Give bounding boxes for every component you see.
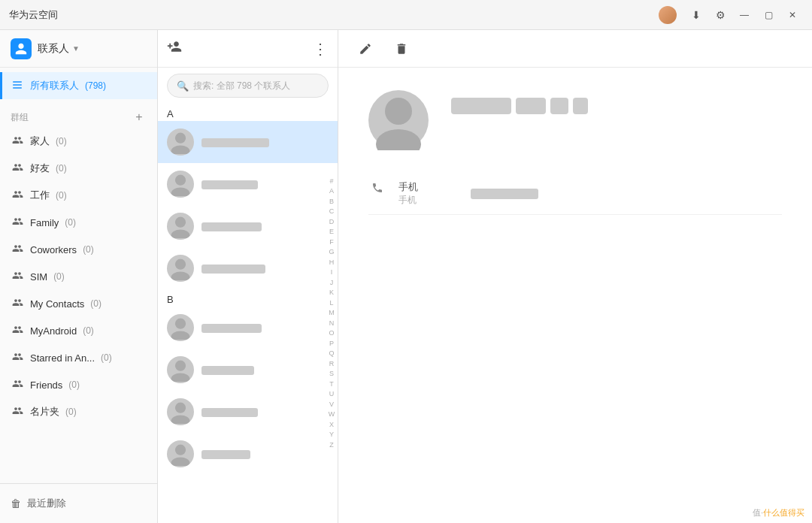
alpha-R[interactable]: R	[329, 359, 335, 370]
phone-value-blurred	[471, 189, 538, 199]
alpha-X[interactable]: X	[329, 420, 334, 431]
titlebar-title: 华为云空间	[9, 8, 659, 22]
add-group-button[interactable]: +	[132, 110, 147, 125]
alpha-P[interactable]: P	[329, 339, 334, 349]
recently-deleted-item[interactable]: 🗑 最近删除	[0, 490, 157, 517]
sidebar-header: 联系人 ▼	[0, 30, 157, 68]
svg-point-4	[171, 145, 190, 154]
svg-point-19	[385, 98, 412, 125]
phone-label-main: 手机	[398, 180, 459, 194]
alpha-E[interactable]: E	[329, 227, 334, 237]
contact-avatar	[167, 171, 194, 198]
alpha-B[interactable]: B	[329, 197, 334, 207]
sidebar-item-3[interactable]: Family (0)	[0, 209, 157, 236]
alpha-F[interactable]: F	[329, 237, 334, 248]
svg-point-5	[175, 175, 186, 186]
alpha-U[interactable]: U	[329, 389, 335, 400]
download-icon[interactable]: ⬇	[686, 5, 707, 26]
delete-button[interactable]	[389, 37, 414, 61]
contact-name	[201, 179, 329, 190]
alpha-W[interactable]: W	[329, 410, 335, 420]
name-blur-2	[516, 98, 546, 114]
user-avatar[interactable]	[659, 6, 677, 24]
svg-point-12	[171, 331, 190, 340]
edit-button[interactable]	[353, 37, 377, 61]
svg-point-9	[175, 259, 186, 270]
contact-item[interactable]	[158, 247, 338, 289]
group-count-7: (0)	[83, 325, 94, 336]
alpha-#[interactable]: #	[329, 177, 333, 187]
phone-label-sub: 手机	[398, 194, 459, 207]
titlebar: 华为云空间 ⬇ ⚙ — ▢ ✕	[0, 0, 812, 30]
alpha-H[interactable]: H	[329, 258, 335, 268]
alpha-T[interactable]: T	[329, 379, 334, 390]
svg-point-6	[171, 187, 190, 196]
alpha-K[interactable]: K	[329, 288, 334, 298]
sidebar-item-all-contacts[interactable]: 所有联系人 (798)	[0, 72, 157, 99]
contact-item[interactable]	[158, 391, 338, 433]
contact-item[interactable]	[158, 307, 338, 349]
alpha-D[interactable]: D	[329, 217, 335, 228]
svg-rect-2	[13, 87, 22, 88]
more-options-icon[interactable]: ⋮	[313, 40, 329, 58]
group-count-4: (0)	[83, 244, 94, 255]
contact-item[interactable]	[158, 163, 338, 205]
group-name-0: 家人	[30, 135, 50, 148]
contact-item[interactable]	[158, 205, 338, 247]
sidebar-item-6[interactable]: My Contacts (0)	[0, 290, 157, 317]
alpha-I[interactable]: I	[331, 268, 333, 278]
sidebar-item-1[interactable]: 好友 (0)	[0, 155, 157, 182]
alpha-O[interactable]: O	[329, 328, 334, 339]
alpha-index: #ABCDEFGHIJKLMNOPQRSTUVWXYZ	[326, 104, 338, 523]
close-button[interactable]: ✕	[782, 5, 803, 26]
svg-point-15	[175, 403, 186, 413]
alpha-C[interactable]: C	[329, 207, 335, 217]
alpha-A[interactable]: A	[329, 186, 334, 197]
alpha-J[interactable]: J	[330, 278, 334, 289]
contact-item[interactable]	[158, 349, 338, 391]
sidebar-item-2[interactable]: 工作 (0)	[0, 182, 157, 209]
group-icon-9	[11, 378, 24, 391]
alpha-Y[interactable]: Y	[329, 430, 334, 440]
sidebar-item-8[interactable]: Starred in An... (0)	[0, 344, 157, 371]
contact-avatar	[167, 128, 194, 156]
detail-top	[368, 90, 782, 150]
sidebar-item-10[interactable]: 名片夹 (0)	[0, 398, 157, 425]
sidebar-item-0[interactable]: 家人 (0)	[0, 128, 157, 155]
alpha-N[interactable]: N	[329, 319, 335, 329]
sidebar-item-7[interactable]: MyAndroid (0)	[0, 317, 157, 344]
trash-icon: 🗑	[11, 497, 21, 509]
sidebar-item-4[interactable]: Coworkers (0)	[0, 236, 157, 263]
alpha-G[interactable]: G	[329, 247, 334, 258]
sidebar-item-5[interactable]: SIM (0)	[0, 263, 157, 290]
minimize-button[interactable]: —	[734, 5, 755, 26]
alpha-M[interactable]: M	[329, 308, 335, 319]
alpha-S[interactable]: S	[329, 369, 334, 379]
contact-avatar	[167, 213, 194, 240]
alpha-L[interactable]: L	[329, 298, 333, 309]
contact-item[interactable]	[158, 121, 338, 163]
group-count-1: (0)	[56, 163, 67, 174]
contact-scroll-area[interactable]: A	[158, 104, 338, 523]
settings-icon[interactable]: ⚙	[710, 5, 731, 26]
sidebar-item-9[interactable]: Friends (0)	[0, 371, 157, 398]
phone-field-row: 手机 手机	[368, 173, 782, 215]
contact-item[interactable]	[158, 433, 338, 475]
alpha-Q[interactable]: Q	[329, 349, 334, 359]
contact-list-panel: ⋮ 🔍 搜索: 全部 798 个联系人 A	[158, 30, 338, 523]
contact-name	[201, 449, 329, 460]
all-contacts-label: 所有联系人	[30, 79, 79, 92]
contact-avatar	[167, 255, 194, 282]
watermark: 值·什么值得买	[753, 507, 804, 518]
section-header-a: A	[158, 104, 338, 121]
search-bar[interactable]: 🔍 搜索: 全部 798 个联系人	[167, 74, 329, 98]
add-contact-icon[interactable]	[167, 39, 182, 58]
list-header: ⋮	[158, 30, 338, 68]
alpha-V[interactable]: V	[329, 400, 334, 410]
alpha-Z[interactable]: Z	[329, 440, 334, 451]
group-icon-7	[11, 324, 24, 337]
group-icon-4	[11, 243, 24, 256]
contact-info	[201, 263, 329, 274]
group-count-0: (0)	[56, 136, 67, 147]
maximize-button[interactable]: ▢	[758, 5, 779, 26]
